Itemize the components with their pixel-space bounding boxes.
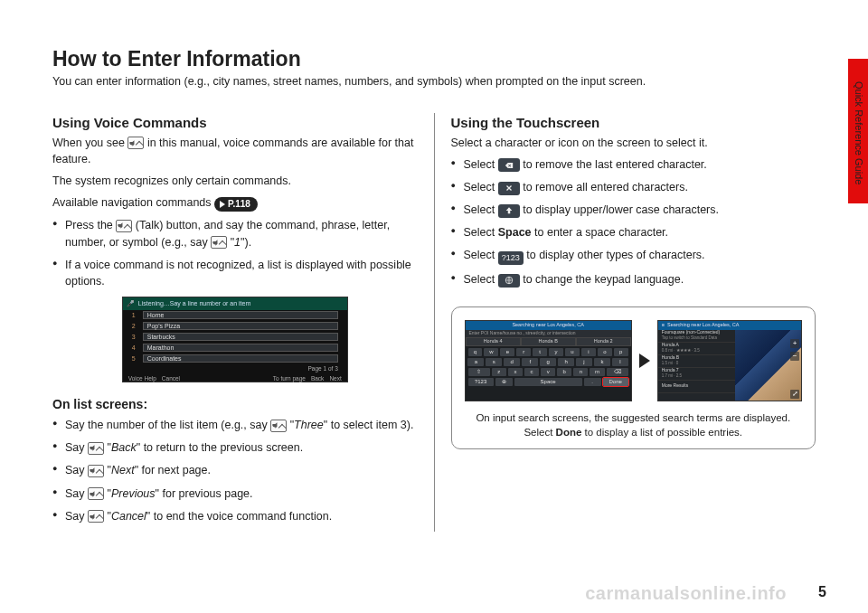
touch-bullet-3: Select to display upper/lower case chara… (451, 202, 816, 218)
talk-icon (88, 465, 104, 477)
voice-bullet-2: If a voice command is not recognized, a … (52, 257, 418, 289)
page-content: How to Enter Information You can enter i… (52, 47, 816, 577)
voice-p1: When you see in this manual, voice comma… (52, 135, 418, 167)
talk-icon (88, 442, 104, 455)
list-bullet-3: Say "Next" for next page. (52, 462, 418, 478)
keyboard-screenshot: Searching near Los Angeles, CA Enter POI… (465, 320, 632, 401)
voice-p3: Available navigation commands P.118 (52, 194, 418, 212)
page-title: How to Enter Information (52, 47, 816, 71)
fullscreen-icon: ⤢ (790, 390, 799, 399)
shift-icon (498, 204, 520, 218)
page-intro: You can enter information (e.g., city na… (52, 75, 816, 88)
watermark: carmanualsonline.info (585, 583, 787, 604)
touch-bullet-5: Select ?123 to display other types of ch… (451, 247, 816, 265)
results-screenshot: ≡Searching near Los Angeles, CA Foursqua… (657, 320, 802, 401)
callout-caption: On input search screens, the suggested s… (465, 410, 803, 439)
right-column: Using the Touchscreen Select a character… (434, 113, 816, 532)
page-ref-pill: P.118 (214, 197, 258, 212)
clear-icon (498, 182, 520, 195)
keyboard-callout: Searching near Los Angeles, CA Enter POI… (451, 306, 816, 449)
mic-icon: 🎤 (127, 299, 135, 308)
voice-bullet-1: Press the (Talk) button, and say the com… (52, 217, 418, 250)
globe-icon (498, 274, 520, 288)
talk-icon (88, 510, 104, 523)
list-bullet-5: Say "Cancel" to end the voice command fu… (52, 508, 418, 524)
touch-bullet-6: Select to change the keypad language. (451, 271, 816, 288)
zoom-in-icon: + (790, 339, 799, 348)
talk-icon (211, 236, 227, 249)
heading-voice-commands: Using Voice Commands (52, 113, 418, 133)
heading-list-screens: On list screens: (52, 395, 418, 413)
section-side-label: Quick Reference Guide (854, 81, 864, 184)
list-bullet-2: Say "Back" to return to the previous scr… (52, 439, 418, 456)
done-key-highlight: Done (603, 378, 628, 386)
heading-touchscreen: Using the Touchscreen (451, 113, 816, 133)
talk-icon (116, 220, 132, 232)
touch-bullet-4: Select Space to enter a space character. (451, 224, 816, 240)
list-bullet-4: Say "Previous" for previous page. (52, 486, 418, 502)
talk-icon (127, 137, 144, 149)
backspace-icon (498, 158, 520, 172)
symbols-key: ?123 (498, 251, 524, 265)
touch-bullet-2: Select to remove all entered characters. (451, 179, 816, 195)
page-number: 5 (818, 584, 826, 600)
talk-icon (270, 420, 287, 432)
left-column: Using Voice Commands When you see in thi… (52, 113, 434, 532)
talk-icon (88, 487, 104, 500)
touch-bullet-1: Select to remove the last entered charac… (451, 156, 816, 173)
zoom-out-icon: − (790, 352, 799, 361)
voice-list-screenshot: 🎤Listening…Say a line number or an item … (122, 297, 348, 382)
voice-p2: The system recognizes only certain comma… (52, 173, 418, 189)
arrow-right-icon (639, 354, 650, 368)
list-bullet-1: Say the number of the list item (e.g., s… (52, 417, 418, 433)
touch-p1: Select a character or icon on the screen… (451, 135, 816, 151)
